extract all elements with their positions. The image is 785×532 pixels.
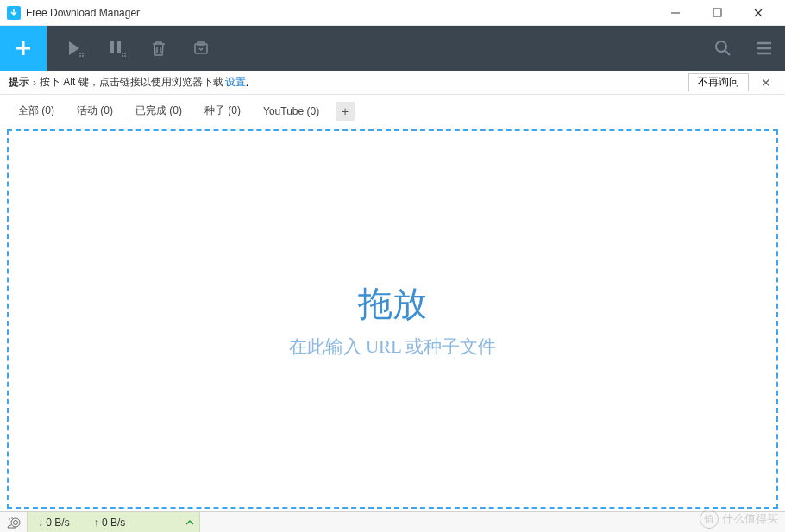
- svg-point-5: [82, 53, 84, 54]
- svg-point-22: [9, 518, 10, 520]
- status-bar: ↓ 0 B/s ↑ 0 B/s: [0, 511, 785, 532]
- window-title: Free Download Manager: [26, 7, 663, 19]
- chevron-up-icon[interactable]: [185, 519, 194, 526]
- content-area: 拖放 在此输入 URL 或种子文件: [0, 122, 785, 516]
- upload-speed: ↑ 0 B/s: [94, 516, 126, 529]
- svg-point-6: [82, 55, 84, 57]
- tab-youtube[interactable]: YouTube (0): [254, 101, 329, 122]
- svg-rect-2: [713, 9, 721, 16]
- snail-mode-button[interactable]: [0, 512, 28, 532]
- drop-zone[interactable]: 拖放 在此输入 URL 或种子文件: [7, 129, 778, 509]
- svg-point-15: [716, 41, 726, 52]
- hint-arrow-icon: ›: [33, 77, 36, 89]
- speed-indicator[interactable]: ↓ 0 B/s ↑ 0 B/s: [28, 512, 200, 532]
- svg-point-10: [122, 55, 123, 57]
- svg-point-20: [11, 518, 20, 527]
- hint-period: .: [246, 77, 248, 89]
- svg-point-12: [124, 55, 126, 57]
- window-controls: [663, 4, 778, 22]
- hint-settings-link[interactable]: 设置: [225, 75, 246, 90]
- hint-label: 提示: [9, 75, 29, 90]
- pause-button[interactable]: [96, 26, 137, 71]
- tab-active[interactable]: 活动 (0): [67, 99, 122, 122]
- app-icon: [7, 6, 21, 20]
- svg-line-16: [725, 51, 730, 55]
- hint-close-button[interactable]: ✕: [756, 74, 776, 91]
- tab-bar: 全部 (0) 活动 (0) 已完成 (0) 种子 (0) YouTube (0)…: [0, 95, 785, 122]
- toolbar: [0, 26, 785, 71]
- hint-text: 按下 Alt 键，点击链接以使用浏览器下载: [40, 75, 223, 90]
- maximize-button[interactable]: [704, 4, 730, 22]
- menu-button[interactable]: [744, 26, 785, 71]
- svg-rect-7: [110, 41, 114, 53]
- search-button[interactable]: [702, 26, 744, 71]
- svg-point-11: [124, 53, 126, 54]
- svg-rect-8: [117, 41, 121, 53]
- svg-point-23: [11, 517, 13, 519]
- start-button[interactable]: [53, 26, 95, 71]
- move-button[interactable]: [180, 26, 222, 71]
- hint-dismiss-button[interactable]: 不再询问: [688, 73, 749, 91]
- minimize-button[interactable]: [663, 4, 688, 22]
- delete-button[interactable]: [138, 26, 179, 71]
- playback-group: [47, 26, 229, 71]
- tab-completed[interactable]: 已完成 (0): [126, 99, 192, 122]
- svg-point-4: [79, 55, 81, 57]
- spacer: [229, 26, 702, 71]
- svg-point-21: [13, 520, 17, 524]
- dropzone-subtitle: 在此输入 URL 或种子文件: [289, 335, 497, 359]
- download-speed: ↓ 0 B/s: [38, 516, 70, 529]
- add-download-button[interactable]: [0, 26, 47, 71]
- hint-bar: 提示 › 按下 Alt 键，点击链接以使用浏览器下载 设置. 不再询问 ✕: [0, 71, 785, 95]
- close-button[interactable]: [745, 4, 771, 22]
- titlebar: Free Download Manager: [0, 0, 785, 26]
- add-tab-button[interactable]: +: [336, 102, 355, 121]
- svg-point-9: [122, 53, 123, 54]
- tab-torrents[interactable]: 种子 (0): [195, 99, 250, 122]
- dropzone-title: 拖放: [358, 280, 427, 328]
- svg-point-3: [79, 53, 81, 54]
- tab-all[interactable]: 全部 (0): [9, 99, 64, 122]
